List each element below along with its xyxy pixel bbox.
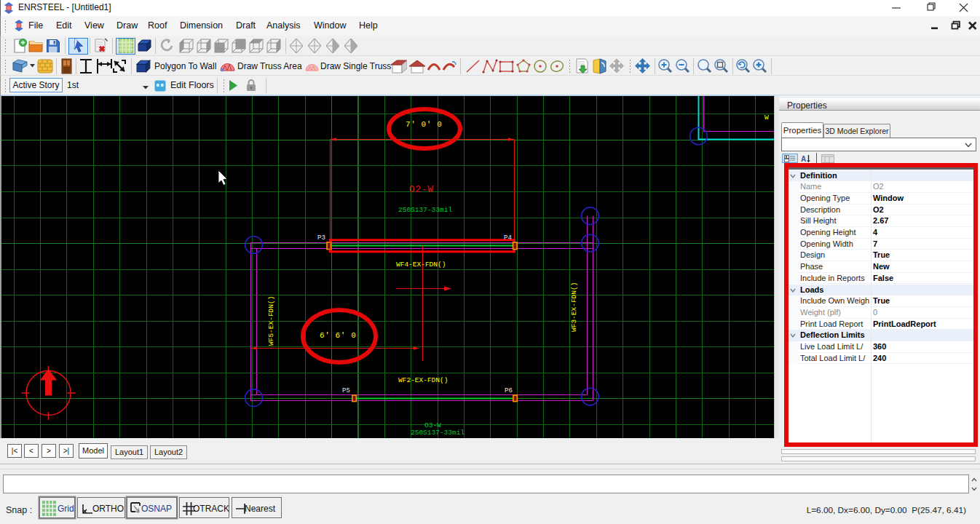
svg-text:7' 0' 0: 7' 0' 0 xyxy=(406,120,442,129)
svg-text:WF2-EX-FDN(): WF2-EX-FDN() xyxy=(398,376,448,384)
svg-text:6' 6' 0: 6' 6' 0 xyxy=(320,331,356,340)
svg-text:P4: P4 xyxy=(504,234,512,242)
svg-text:250S137-33mil: 250S137-33mil xyxy=(411,429,465,437)
svg-text:WF5-EX-FDN(): WF5-EX-FDN() xyxy=(267,296,275,346)
svg-text:250S137-33mil: 250S137-33mil xyxy=(398,206,452,214)
svg-text:WF4-EX-FDN(): WF4-EX-FDN() xyxy=(396,261,446,269)
svg-text:P3: P3 xyxy=(317,234,325,242)
svg-text:P5: P5 xyxy=(342,387,350,394)
svg-text:P6: P6 xyxy=(505,387,513,394)
svg-text:W: W xyxy=(764,114,769,122)
svg-text:A: A xyxy=(801,155,806,163)
svg-text:O2-W: O2-W xyxy=(409,185,434,195)
svg-text:WF3-EX-FDN(): WF3-EX-FDN() xyxy=(570,282,578,332)
